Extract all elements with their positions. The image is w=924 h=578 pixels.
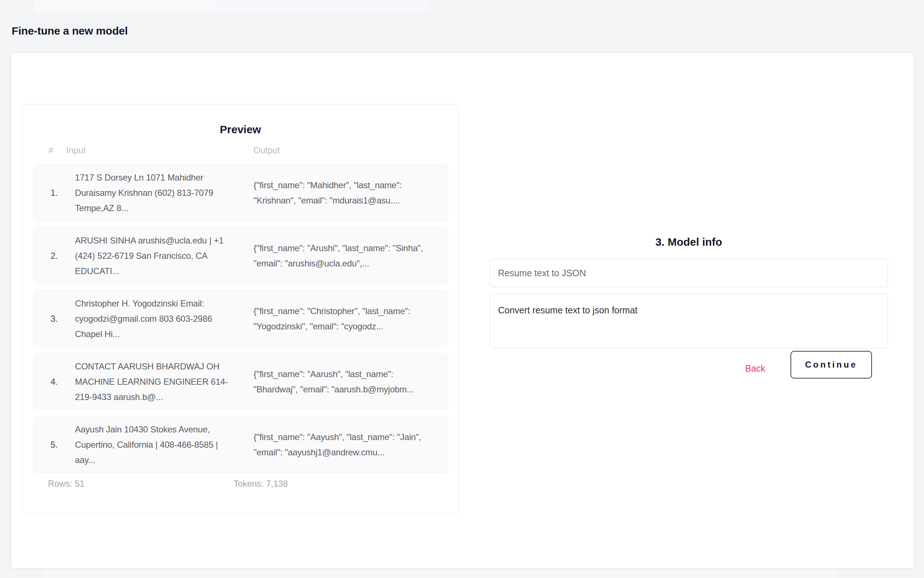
model-name-input[interactable] xyxy=(490,259,888,287)
row-number: 3. xyxy=(34,311,75,326)
page: Fine-tune a new model Preview # Input Ou… xyxy=(0,0,924,578)
column-header-input: Input xyxy=(66,145,86,156)
row-input-cell: CONTACT AARUSH BHARDWAJ OH MACHINE LEARN… xyxy=(75,359,237,405)
row-output-cell: {"first_name": "Aayush", "last_name": "J… xyxy=(254,430,439,460)
model-info-title: 3. Model info xyxy=(490,236,888,248)
row-number: 1. xyxy=(34,185,75,201)
preview-rows: 1. 1717 S Dorsey Ln 1071 Mahidher Durais… xyxy=(34,164,448,479)
table-row: 2. ARUSHI SINHA arushis@ucla.edu | +1 (4… xyxy=(34,227,448,284)
column-header-number: # xyxy=(49,145,53,156)
tokens-count-label: Tokens: 7,138 xyxy=(233,479,288,489)
preview-card: Preview # Input Output 1. 1717 S Dorsey … xyxy=(22,104,459,513)
row-input-cell: ARUSHI SINHA arushis@ucla.edu | +1 (424)… xyxy=(75,233,237,279)
row-output-cell: {"first_name": "Mahidher", "last_name": … xyxy=(254,178,439,208)
page-title: Fine-tune a new model xyxy=(11,25,128,37)
table-row: 5. Aayush Jain 10430 Stokes Avenue, Cupe… xyxy=(34,416,448,473)
model-description-textarea[interactable]: Convert resume text to json format xyxy=(490,294,888,348)
row-output-cell: {"first_name": "Arushi", "last_name": "S… xyxy=(254,240,439,271)
rows-count-label: Rows: 51 xyxy=(48,479,84,489)
table-row: 3. Christopher H. Yogodzinski Email: cyo… xyxy=(34,291,448,347)
table-row: 4. CONTACT AARUSH BHARDWAJ OH MACHINE LE… xyxy=(34,354,448,410)
wizard-card: Preview # Input Output 1. 1717 S Dorsey … xyxy=(11,53,914,568)
column-header-output: Output xyxy=(254,145,280,156)
window-artifact xyxy=(44,568,837,578)
table-row: 1. 1717 S Dorsey Ln 1071 Mahidher Durais… xyxy=(34,164,448,221)
preview-title: Preview xyxy=(23,123,458,136)
window-artifact xyxy=(218,0,429,11)
row-number: 4. xyxy=(34,374,75,390)
row-input-cell: Aayush Jain 10430 Stokes Avenue, Cuperti… xyxy=(75,422,237,468)
window-artifact xyxy=(34,0,217,12)
row-number: 5. xyxy=(34,437,75,453)
continue-button[interactable]: Continue xyxy=(790,351,872,378)
preview-column-headers: # Input Output xyxy=(23,145,458,157)
row-output-cell: {"first_name": "Aarush", "last_name": "B… xyxy=(254,367,439,397)
row-input-cell: Christopher H. Yogodzinski Email: cyogod… xyxy=(75,296,237,342)
row-output-cell: {"first_name": "Christopher", "last_name… xyxy=(254,304,439,334)
row-input-cell: 1717 S Dorsey Ln 1071 Mahidher Duraisamy… xyxy=(75,170,237,216)
row-number: 2. xyxy=(34,248,75,263)
back-button[interactable]: Back xyxy=(735,360,775,376)
